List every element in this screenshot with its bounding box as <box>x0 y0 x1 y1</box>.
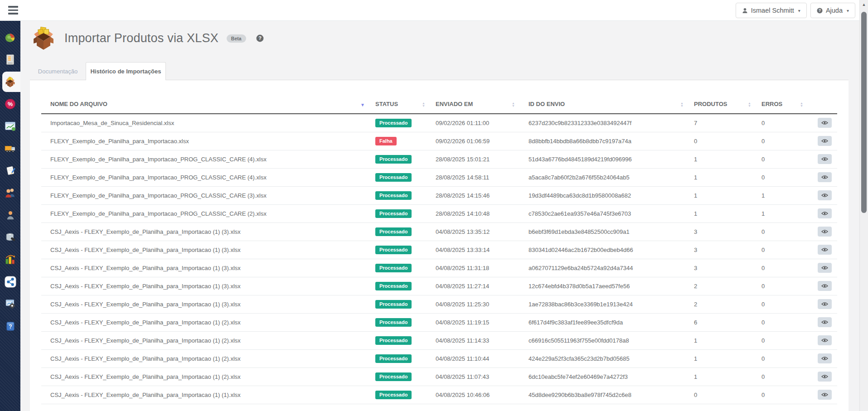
tab-historico-de-importacoes[interactable]: Histórico de Importações <box>86 62 166 80</box>
table-row: Importacao_Mesa_de_Sinuca_Residencial.xl… <box>41 114 837 132</box>
column-header-nome-do-arquivo[interactable]: NOME DO ARQUIVO ▼ <box>41 88 369 114</box>
column-header-actions <box>808 88 837 114</box>
cell-sent-at: 04/08/2025 11:19:15 <box>430 313 519 331</box>
cell-upload-id: 424e229a52f3cfa365c23d2b7bd05685 <box>519 349 688 367</box>
import-history-panel: NOME DO ARQUIVO ▼ STATUS ▲▼ ENVIADO EM ▲… <box>30 80 849 411</box>
table-header-row: NOME DO ARQUIVO ▼ STATUS ▲▼ ENVIADO EM ▲… <box>41 88 837 114</box>
cell-file-name: CSJ_Aexis - FLEXY_Exemplo_de_Planilha_pa… <box>41 259 369 277</box>
view-import-button[interactable] <box>818 136 832 146</box>
cell-sent-at: 09/02/2026 01:11:00 <box>430 114 519 132</box>
cell-upload-id: 1ae72838bac86b3ce3369b1e1913e424 <box>519 295 688 313</box>
status-badge: Processado <box>375 300 412 309</box>
view-import-button[interactable] <box>818 299 832 309</box>
cell-actions <box>808 313 837 331</box>
sidebar-item-notes[interactable] <box>0 160 20 182</box>
tab-documentacao[interactable]: Documentação <box>30 62 86 80</box>
tab-bar: Documentação Histórico de Importações <box>30 62 166 80</box>
sidebar-item-dashboard[interactable] <box>0 26 20 48</box>
sidebar-item-import-products[interactable] <box>0 71 20 93</box>
status-badge: Processado <box>375 372 412 381</box>
view-import-button[interactable] <box>818 190 832 200</box>
user-menu-button[interactable]: Ismael Schmitt ▾ <box>736 3 807 18</box>
help-menu-button[interactable]: ? Ajuda ▾ <box>810 3 855 18</box>
sidebar-item-statistics[interactable] <box>0 248 20 271</box>
sidebar-item-help[interactable]: ? <box>0 315 20 337</box>
column-header-enviado-em[interactable]: ENVIADO EM ▲▼ <box>430 88 519 114</box>
eye-icon <box>821 121 828 125</box>
column-header-status[interactable]: STATUS ▲▼ <box>369 88 430 114</box>
column-header-id-do-envio[interactable]: ID DO ENVIO ▲▼ <box>519 88 688 114</box>
user-icon <box>742 8 748 14</box>
bar-chart-icon <box>5 254 16 265</box>
column-header-produtos[interactable]: PRODUTOS ▲▼ <box>688 88 756 114</box>
view-import-button[interactable] <box>818 263 832 273</box>
cell-errors: 0 <box>756 313 808 331</box>
eye-icon <box>821 175 828 179</box>
user-menu-label: Ismael Schmitt <box>751 7 794 14</box>
cell-sent-at: 09/02/2026 01:06:59 <box>430 132 519 150</box>
view-import-button[interactable] <box>818 335 832 345</box>
cell-errors: 1 <box>756 186 808 204</box>
eye-icon <box>821 211 828 216</box>
cell-sent-at: 04/08/2025 11:31:18 <box>430 259 519 277</box>
beta-badge: Beta <box>227 34 246 43</box>
sidebar-item-discounts[interactable]: % <box>0 93 20 115</box>
scrollbar-thumb[interactable] <box>861 12 867 213</box>
view-import-button[interactable] <box>818 317 832 327</box>
cell-file-name: FLEXY_Exemplo_de_Planilha_para_Importaca… <box>41 132 369 150</box>
view-import-button[interactable] <box>818 208 832 218</box>
view-import-button[interactable] <box>818 245 832 255</box>
sidebar-item-customers[interactable] <box>0 182 20 204</box>
cell-upload-id: 19d3df4489bca63dc8d1b9580008a682 <box>519 186 688 204</box>
sidebar-item-account[interactable] <box>0 204 20 226</box>
svg-text:%: % <box>8 101 13 107</box>
sidebar-item-shipping[interactable] <box>0 137 20 160</box>
cell-status: Processado <box>369 168 430 186</box>
view-import-button[interactable] <box>818 372 832 382</box>
cell-products: 0 <box>688 386 756 404</box>
view-import-button[interactable] <box>818 281 832 291</box>
cell-products: 1 <box>688 331 756 349</box>
sidebar-item-integrations[interactable] <box>0 271 20 293</box>
cell-file-name: Importacao_Mesa_de_Sinuca_Residencial.xl… <box>41 114 369 132</box>
view-import-button[interactable] <box>818 154 832 164</box>
cell-status: Falha <box>369 132 430 150</box>
status-badge: Falha <box>375 137 397 145</box>
sidebar-item-appearance[interactable] <box>0 226 20 248</box>
sidebar-item-vending-machine[interactable] <box>0 48 20 71</box>
sidebar-item-analytics[interactable] <box>0 115 20 137</box>
cell-status: Processado <box>369 386 430 404</box>
cell-sent-at: 04/08/2025 11:25:30 <box>430 295 519 313</box>
column-header-erros[interactable]: ERROS ▲▼ <box>756 88 808 114</box>
page-help-icon[interactable]: ? <box>256 34 264 42</box>
eye-icon <box>821 266 828 270</box>
view-import-button[interactable] <box>818 118 832 128</box>
cell-file-name: CSJ_Aexis - FLEXY_Exemplo_de_Planilha_pa… <box>41 295 369 313</box>
cell-status: Processado <box>369 349 430 367</box>
vertical-scrollbar[interactable]: ▲ <box>859 0 868 411</box>
sidebar-item-settings[interactable] <box>0 293 20 315</box>
view-import-button[interactable] <box>818 353 832 363</box>
cell-actions <box>808 222 837 241</box>
cell-upload-id: 830341d02446ac2b1672b00edbeb4d66 <box>519 241 688 259</box>
cell-products: 1 <box>688 150 756 168</box>
discount-percent-icon: % <box>5 98 16 110</box>
cell-status: Processado <box>369 150 430 168</box>
scrollbar-up-arrow-icon[interactable]: ▲ <box>860 1 868 8</box>
cell-file-name: CSJ_Aexis - FLEXY_Exemplo_de_Planilha_pa… <box>41 386 369 404</box>
cell-actions <box>808 132 837 150</box>
cell-file-name: FLEXY_Exemplo_de_Planilha_para_Importaca… <box>41 168 369 186</box>
view-import-button[interactable] <box>818 390 832 400</box>
eye-icon <box>821 229 828 234</box>
view-import-button[interactable] <box>818 227 832 237</box>
cell-file-name: CSJ_Aexis - FLEXY_Exemplo_de_Planilha_pa… <box>41 313 369 331</box>
cell-products: 3 <box>688 259 756 277</box>
hamburger-menu-icon[interactable] <box>8 6 18 15</box>
view-import-button[interactable] <box>818 172 832 182</box>
cell-errors: 0 <box>756 295 808 313</box>
import-history-table: NOME DO ARQUIVO ▼ STATUS ▲▼ ENVIADO EM ▲… <box>41 88 837 404</box>
eye-icon <box>821 392 828 397</box>
cell-status: Processado <box>369 204 430 222</box>
cell-file-name: CSJ_Aexis - FLEXY_Exemplo_de_Planilha_pa… <box>41 367 369 386</box>
table-row: CSJ_Aexis - FLEXY_Exemplo_de_Planilha_pa… <box>41 331 837 349</box>
